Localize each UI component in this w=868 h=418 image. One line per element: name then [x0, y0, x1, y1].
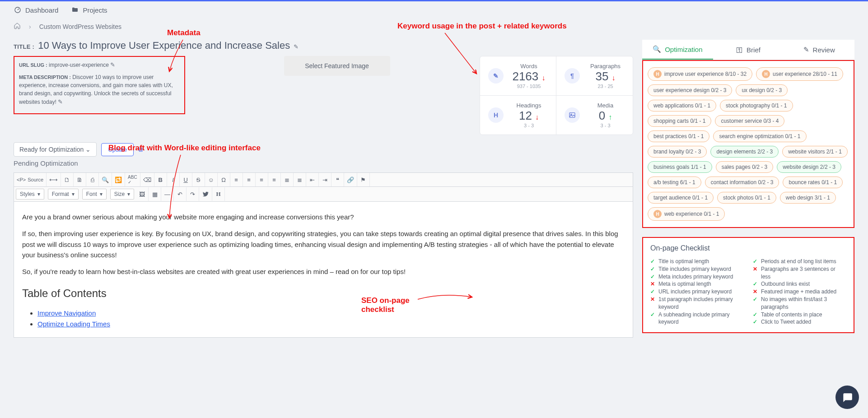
title-label: TITLE : — [14, 43, 34, 50]
nav-projects[interactable]: Projects — [71, 6, 107, 14]
size-select[interactable]: Size ▾ — [110, 189, 134, 200]
clear-format-icon[interactable]: ⌫ — [140, 173, 154, 186]
checklist-item: ✕Paragraphs are 3 sentences or less — [753, 265, 846, 281]
keyword-pill[interactable]: design elements 2/2 - 3 — [710, 146, 779, 158]
edit-desc-icon[interactable]: ✎ — [58, 98, 63, 105]
flag-icon[interactable]: ⚑ — [357, 173, 370, 186]
spellcheck-icon[interactable]: ABC✓ — [125, 173, 140, 186]
list-ul-icon[interactable]: ≣ — [294, 173, 306, 186]
align-left-icon[interactable]: ≡ — [230, 173, 243, 186]
expand-icon[interactable]: ⟷ — [47, 173, 61, 186]
keyword-pill[interactable]: business goals 1/1 - 1 — [648, 161, 712, 173]
home-icon[interactable] — [14, 22, 21, 31]
align-center-icon[interactable]: ≡ — [243, 173, 256, 186]
check-icon: ✓ — [650, 311, 655, 326]
nav-dashboard[interactable]: Dashboard — [14, 6, 58, 14]
keyword-pill[interactable]: web applications 0/1 - 1 — [648, 100, 716, 111]
keyword-pill[interactable]: web design 3/1 - 1 — [780, 192, 836, 204]
align-right-icon[interactable]: ≡ — [256, 173, 268, 186]
new-doc-icon[interactable]: 🗋 — [61, 173, 74, 186]
keyword-text: business goals 1/1 - 1 — [653, 164, 706, 170]
print-icon[interactable]: ⎙ — [86, 173, 99, 186]
font-select[interactable]: Font ▾ — [82, 189, 107, 200]
image-insert-icon[interactable]: 🖼 — [136, 187, 149, 201]
keyword-pill[interactable]: contact information 0/2 - 3 — [705, 176, 779, 188]
keyword-text: shopping carts 0/1 - 1 — [653, 118, 705, 124]
format-select[interactable]: Format ▾ — [48, 189, 79, 200]
align-justify-icon[interactable]: ≡ — [268, 173, 281, 186]
emoji-icon[interactable]: ☺ — [205, 173, 218, 186]
strike-icon[interactable]: S — [192, 173, 205, 186]
keyword-pill[interactable]: shopping carts 0/1 - 1 — [648, 115, 711, 127]
down-arrow-icon: ↓ — [542, 74, 546, 82]
link-icon[interactable]: 🔗 — [344, 173, 357, 186]
omega-icon[interactable]: Ω — [218, 173, 230, 186]
keyword-panel: Himprove user experience 8/10 - 32Huser … — [642, 60, 854, 228]
cross-icon: ✕ — [753, 265, 757, 281]
page-title: 10 Ways to Improve User Experience and I… — [38, 40, 290, 51]
keyword-pill[interactable]: stock photos 0/1 - 1 — [717, 192, 776, 204]
quote-icon[interactable]: ❝ — [331, 173, 344, 186]
save-icon[interactable]: 🗎 — [74, 173, 86, 186]
table-icon[interactable]: ▦ — [149, 187, 161, 201]
keyword-text: web applications 0/1 - 1 — [653, 102, 710, 109]
cross-icon: ✕ — [650, 280, 655, 288]
keyword-pill[interactable]: best practices 0/1 - 1 — [648, 130, 709, 142]
source-button[interactable]: <P> Source — [14, 173, 47, 186]
checklist-text: Paragraphs are 3 sentences or less — [761, 265, 846, 281]
breadcrumb-project[interactable]: Custom WordPress Websites — [39, 23, 121, 30]
stat-paragraphs-range: 23 - 25 — [586, 84, 625, 89]
tab-review[interactable]: ✎Review — [784, 40, 854, 60]
checklist-text: Meta is optimal length — [658, 280, 711, 288]
check-icon: ✓ — [753, 296, 757, 311]
toc-link-1[interactable]: Improve Navigation — [37, 309, 96, 317]
keyword-pill[interactable]: stock photography 0/1 - 1 — [720, 100, 793, 111]
checklist-text: Outbound links exist — [761, 280, 810, 288]
meta-desc-row: META DESCRIPTION : Discover 10 ways to i… — [19, 73, 180, 107]
stat-media-label: Media — [586, 102, 625, 109]
keyword-text: stock photography 0/1 - 1 — [726, 102, 787, 109]
keyword-pill[interactable]: customer service 0/3 - 4 — [715, 115, 784, 127]
chevron-down-icon: ⌄ — [85, 146, 91, 153]
select-featured-image-button[interactable]: Select Featured Image — [284, 56, 390, 76]
keyword-pill[interactable]: Huser experience 28/10 - 11 — [756, 67, 843, 81]
keyword-pill[interactable]: website design 2/2 - 3 — [777, 161, 841, 173]
font-label: Font — [86, 191, 97, 197]
bold-icon[interactable]: B — [154, 173, 167, 186]
redo-icon[interactable]: ↷ — [187, 187, 199, 201]
stat-paragraphs-label: Paragraphs — [586, 63, 625, 70]
keyword-pill[interactable]: user experience design 0/2 - 3 — [648, 84, 732, 96]
outdent-icon[interactable]: ⇤ — [306, 173, 319, 186]
keyword-pill[interactable]: target audience 0/1 - 1 — [648, 192, 714, 204]
cross-icon: ✕ — [650, 296, 655, 311]
keyword-pill[interactable]: a/b testing 6/1 - 1 — [648, 176, 701, 188]
check-icon: ✓ — [650, 273, 655, 281]
annotation-keywords: Keyword usage in the post + related keyw… — [397, 22, 567, 31]
keyword-pill[interactable]: search engine optimization 0/1 - 1 — [713, 130, 806, 142]
editor-body[interactable]: Are you a brand owner serious about maki… — [14, 202, 633, 337]
annotation-metadata: Metadata — [167, 28, 201, 37]
heading-insert-icon[interactable]: H — [212, 187, 225, 201]
keyword-pill[interactable]: Hweb experience 0/1 - 1 — [648, 207, 725, 221]
keyword-pill[interactable]: Himprove user experience 8/10 - 32 — [648, 67, 752, 81]
edit-title-icon[interactable]: ✎ — [294, 43, 299, 50]
indent-icon[interactable]: ⇥ — [319, 173, 331, 186]
checklist-item: ✓Outbound links exist — [753, 280, 846, 288]
find-icon[interactable]: 🔍 — [99, 173, 112, 186]
replace-icon[interactable]: 🔁 — [112, 173, 125, 186]
keyword-pill[interactable]: sales pages 0/2 - 3 — [716, 161, 773, 173]
check-icon: ✓ — [753, 258, 757, 265]
tab-brief[interactable]: ⚿Brief — [713, 40, 784, 60]
keyword-pill[interactable]: website visitors 2/1 - 1 — [782, 146, 848, 158]
edit-slug-icon[interactable]: ✎ — [110, 61, 115, 68]
checklist-text: Periods at end of long list items — [761, 258, 836, 265]
keyword-pill[interactable]: ux design 0/2 - 3 — [736, 84, 788, 96]
status-select[interactable]: Ready for Optimization⌄ — [14, 142, 97, 157]
keyword-pill[interactable]: bounce rates 0/1 - 1 — [783, 176, 843, 188]
styles-select[interactable]: Styles ▾ — [16, 189, 44, 200]
tab-optimization[interactable]: 🔍Optimization — [642, 40, 713, 60]
toc-link-2[interactable]: Optimize Loading Times — [37, 320, 110, 328]
twitter-icon[interactable] — [199, 187, 212, 201]
list-ol-icon[interactable]: ≣ — [281, 173, 294, 186]
keyword-pill[interactable]: brand loyalty 0/2 - 3 — [648, 146, 707, 158]
